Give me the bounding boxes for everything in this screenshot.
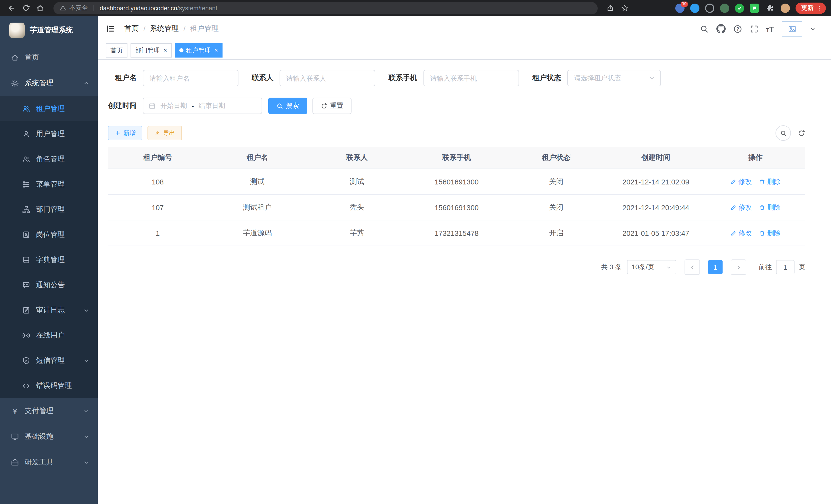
refresh-table-button[interactable] <box>798 129 805 137</box>
edit-link[interactable]: 修改 <box>730 228 752 238</box>
sidebar-item-label: 研发工具 <box>25 458 53 467</box>
export-button[interactable]: 导出 <box>147 126 182 140</box>
delete-link[interactable]: 删除 <box>759 203 781 212</box>
refresh-icon[interactable] <box>20 2 32 14</box>
chevron-up-icon <box>83 80 89 86</box>
breadcrumb-system[interactable]: 系统管理 <box>150 24 179 33</box>
puzzle-extensions-icon[interactable] <box>765 3 775 13</box>
current-page-button[interactable]: 1 <box>708 260 722 274</box>
close-icon[interactable]: × <box>164 47 167 53</box>
edit-link[interactable]: 修改 <box>730 203 752 212</box>
chevron-down-icon <box>83 459 89 466</box>
breadcrumb-separator: / <box>143 25 145 33</box>
sidebar-item-infra[interactable]: 基础设施 <box>0 424 98 449</box>
status-select[interactable]: 请选择租户状态 <box>567 70 661 86</box>
extension-icon-1[interactable]: 10 <box>675 3 685 12</box>
sidebar-item-post[interactable]: 岗位管理 <box>0 222 98 247</box>
app-logo[interactable]: 芋道管理系统 <box>0 16 98 45</box>
help-icon[interactable]: ? <box>733 24 742 33</box>
tag-home[interactable]: 首页 <box>106 43 127 58</box>
org-tree-icon <box>22 205 31 213</box>
sidebar-item-online-user[interactable]: 在线用户 <box>0 323 98 348</box>
back-icon[interactable] <box>5 2 18 14</box>
caret-down-icon[interactable] <box>810 26 815 32</box>
github-icon[interactable] <box>716 24 725 33</box>
toggle-search-button[interactable] <box>775 125 791 141</box>
extension-icon-2[interactable] <box>690 3 699 12</box>
page-size-select[interactable]: 10条/页 <box>627 260 676 274</box>
sidebar-item-dict[interactable]: 字典管理 <box>0 247 98 272</box>
sidebar-item-dept[interactable]: 部门管理 <box>0 197 98 222</box>
chevron-down-icon <box>83 307 89 313</box>
sidebar-item-tenant[interactable]: 租户管理 <box>0 96 98 121</box>
breadcrumb: 首页 / 系统管理 / 租户管理 <box>124 24 219 33</box>
cell-id: 108 <box>108 169 208 195</box>
sidebar-item-label: 短信管理 <box>36 356 65 365</box>
cell-contact: 秃头 <box>307 195 407 220</box>
navbar-tools: ? TT <box>700 21 815 37</box>
breadcrumb-home[interactable]: 首页 <box>124 24 139 33</box>
next-page-button[interactable] <box>731 260 746 275</box>
add-button[interactable]: 新增 <box>108 126 142 140</box>
sidebar-item-audit-log[interactable]: 审计日志 <box>0 297 98 323</box>
tag-dept[interactable]: 部门管理 × <box>131 43 172 58</box>
security-warning-icon[interactable] <box>60 5 66 11</box>
sidebar-item-user[interactable]: 用户管理 <box>0 121 98 146</box>
edit-link[interactable]: 修改 <box>730 177 752 186</box>
search-button[interactable]: 搜索 <box>268 98 307 114</box>
tenant-name-label: 租户名 <box>115 73 137 83</box>
phone-input[interactable] <box>424 70 519 86</box>
cell-name: 测试租户 <box>208 195 307 220</box>
extension-icon-6[interactable] <box>750 3 759 12</box>
user-avatar[interactable] <box>782 21 802 37</box>
delete-link[interactable]: 删除 <box>759 177 781 186</box>
update-button[interactable]: 更新 <box>796 2 826 13</box>
cell-status: 关闭 <box>507 195 606 220</box>
delete-link[interactable]: 删除 <box>759 228 781 238</box>
prev-page-button[interactable] <box>685 260 700 275</box>
search-icon[interactable] <box>700 24 709 33</box>
calendar-icon <box>148 102 156 110</box>
browser-menu-kebab-icon[interactable] <box>816 4 822 11</box>
extension-icon-4[interactable] <box>720 3 729 12</box>
sidebar-item-home[interactable]: 首页 <box>0 45 98 70</box>
profile-avatar-icon[interactable] <box>781 3 790 12</box>
tenant-name-input[interactable] <box>143 70 238 86</box>
address-bar[interactable]: 不安全 dashboard.yudao.iocoder.cn/system/te… <box>53 2 598 14</box>
sidebar-toggle-icon[interactable] <box>106 24 115 33</box>
status-select-placeholder: 请选择租户状态 <box>574 73 621 83</box>
sidebar: 芋道管理系统 首页 系统管理 <box>0 16 98 504</box>
sidebar-item-sms[interactable]: 短信管理 <box>0 348 98 373</box>
security-warning-label[interactable]: 不安全 <box>69 4 88 12</box>
user-icon <box>22 130 31 138</box>
extension-icon-3[interactable] <box>705 3 714 12</box>
bookmark-star-icon[interactable] <box>618 2 631 14</box>
close-icon[interactable]: × <box>214 47 218 53</box>
home-icon[interactable] <box>34 2 46 14</box>
browser-toolbar: 不安全 dashboard.yudao.iocoder.cn/system/te… <box>0 0 831 16</box>
sidebar-item-system[interactable]: 系统管理 <box>0 70 98 96</box>
reset-button[interactable]: 重置 <box>312 98 351 114</box>
contact-input[interactable] <box>280 70 375 86</box>
sidebar-item-payment[interactable]: ¥ 支付管理 <box>0 398 98 424</box>
extension-icon-5[interactable] <box>735 3 744 12</box>
sidebar-item-notice[interactable]: 通知公告 <box>0 272 98 297</box>
app-title: 芋道管理系统 <box>30 26 73 35</box>
sidebar-item-label: 字典管理 <box>36 255 65 264</box>
pagination: 共 3 条 10条/页 1 前往 <box>108 260 805 275</box>
url-text[interactable]: dashboard.yudao.iocoder.cn/system/tenant <box>100 4 218 11</box>
goto-page-input[interactable] <box>776 260 795 274</box>
share-icon[interactable] <box>604 2 616 14</box>
sidebar-item-menu[interactable]: 菜单管理 <box>0 172 98 197</box>
sidebar-item-devtools[interactable]: 研发工具 <box>0 449 98 475</box>
sidebar-item-error-code[interactable]: 错误码管理 <box>0 373 98 398</box>
sidebar-item-role[interactable]: 角色管理 <box>0 146 98 172</box>
fullscreen-icon[interactable] <box>749 24 758 33</box>
tag-label: 租户管理 <box>186 46 211 55</box>
tag-tenant[interactable]: 租户管理 × <box>175 43 223 58</box>
people-icon <box>22 155 31 163</box>
main-area: 首页 / 系统管理 / 租户管理 ? <box>98 16 831 504</box>
date-range-picker[interactable]: 开始日期 - 结束日期 <box>143 98 262 114</box>
table-toolbar: 新增 导出 <box>108 125 805 141</box>
font-size-icon[interactable]: TT <box>766 25 774 33</box>
